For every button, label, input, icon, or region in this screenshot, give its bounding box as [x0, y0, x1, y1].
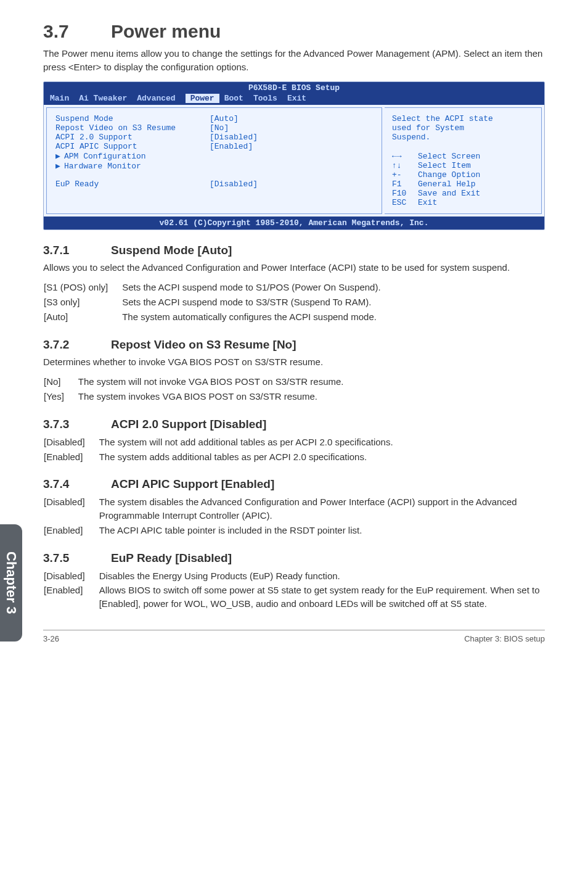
options-table: [Disabled]The system will not add additi…: [43, 435, 394, 464]
key-symbol: F1: [392, 179, 418, 189]
bios-item-hw[interactable]: ▶Hardware Monitor: [55, 161, 373, 171]
key-symbol: ↑↓: [392, 161, 418, 170]
subsection-heading: 3.7.2 Repost Video on S3 Resume [No]: [43, 338, 545, 352]
bios-item-suspend[interactable]: Suspend Mode [Auto]: [55, 114, 373, 123]
bios-item-eup[interactable]: EuP Ready [Disabled]: [55, 179, 373, 189]
option-text: The ACPI APIC table pointer is included …: [99, 523, 545, 538]
bios-tab-ai[interactable]: Ai Tweaker: [79, 94, 137, 103]
bios-tab-advanced[interactable]: Advanced: [137, 94, 185, 103]
subsection-para: Allows you to select the Advanced Config…: [43, 261, 545, 274]
bios-tab-tools[interactable]: Tools: [253, 94, 287, 103]
option-row: [S3 only]Sets the ACPI suspend mode to S…: [43, 295, 382, 310]
option-text: Disables the Energy Using Products (EuP)…: [99, 569, 545, 584]
option-text: The system will not add additional table…: [99, 435, 394, 450]
bios-item-label: EuP Ready: [55, 179, 210, 189]
bios-item-repost[interactable]: Repost Video on S3 Resume [No]: [55, 123, 373, 133]
key-desc: Save and Exit: [418, 189, 480, 198]
options-table: [No]The system will not invoke VGA BIOS …: [43, 374, 345, 404]
bios-tab-exit[interactable]: Exit: [287, 94, 316, 103]
option-text: The system will not invoke VGA BIOS POST…: [78, 374, 345, 389]
option-row: [Disabled]The system disables the Advanc…: [43, 495, 545, 523]
bios-menubar: Main Ai Tweaker Advanced Power Boot Tool…: [44, 94, 544, 105]
options-table: [S1 (POS) only]Sets the ACPI suspend mod…: [43, 280, 382, 324]
subsection-title: ACPI APIC Support [Enabled]: [111, 477, 274, 491]
option-row: [Auto]The system automatically configure…: [43, 310, 382, 324]
option-key: [S1 (POS) only]: [43, 280, 121, 295]
bios-help-line: used for System: [392, 123, 534, 133]
subsection-heading: 3.7.5 EuP Ready [Disabled]: [43, 551, 545, 565]
page-footer: 3-26 Chapter 3: BIOS setup: [43, 630, 545, 643]
section-intro: The Power menu items allow you to change…: [43, 47, 545, 74]
option-text: The system adds additional tables as per…: [99, 450, 394, 464]
bios-item-label: ACPI APIC Support: [55, 142, 210, 151]
option-key: [Yes]: [43, 389, 78, 404]
bios-help-pane: Select the ACPI state used for System Su…: [385, 107, 542, 214]
subsection-para: Determines whether to invoke VGA BIOS PO…: [43, 355, 545, 369]
subsection-number: 3.7.3: [43, 418, 111, 431]
bios-title: P6X58D-E BIOS Setup: [44, 82, 544, 94]
bios-help-text: Select the ACPI state used for System Su…: [392, 114, 534, 142]
option-row: [Yes]The system invokes VGA BIOS POST on…: [43, 389, 345, 404]
subsection-title: ACPI 2.0 Support [Disabled]: [111, 418, 266, 431]
bios-item-label: APM Configuration: [64, 152, 146, 161]
key-desc: Exit: [418, 198, 437, 207]
bios-tab-power[interactable]: Power: [186, 94, 219, 103]
subsection-title: EuP Ready [Disabled]: [111, 551, 232, 565]
option-text: Allows BIOS to switch off some power at …: [99, 583, 545, 611]
option-row: [Disabled]Disables the Energy Using Prod…: [43, 569, 545, 584]
option-key: [Disabled]: [43, 435, 99, 450]
subsection-title: Suspend Mode [Auto]: [111, 244, 232, 257]
bios-item-label: Repost Video on S3 Resume: [55, 123, 210, 133]
option-text: The system automatically configures the …: [121, 310, 381, 324]
subsection-heading: 3.7.1 Suspend Mode [Auto]: [43, 244, 545, 257]
bios-help-line: Suspend.: [392, 133, 534, 142]
option-text: Sets the ACPI suspend mode to S1/POS (Po…: [121, 280, 381, 295]
key-symbol: ESC: [392, 198, 418, 207]
option-text: The system disables the Advanced Configu…: [99, 495, 545, 523]
option-key: [Auto]: [43, 310, 121, 324]
option-row: [Enabled]Allows BIOS to switch off some …: [43, 583, 545, 611]
bios-tab-main[interactable]: Main: [50, 94, 79, 103]
key-desc: Select Item: [418, 161, 471, 170]
option-key: [Disabled]: [43, 495, 99, 523]
bios-item-label: Suspend Mode: [55, 114, 210, 123]
options-table: [Disabled]The system disables the Advanc…: [43, 495, 545, 537]
bios-item-acpi20[interactable]: ACPI 2.0 Support [Disabled]: [55, 133, 373, 142]
section-heading: 3.7 Power menu: [43, 21, 545, 42]
key-symbol: +-: [392, 170, 418, 179]
bios-help-line: Select the ACPI state: [392, 114, 534, 123]
bios-setup-screen: P6X58D-E BIOS Setup Main Ai Tweaker Adva…: [43, 81, 545, 230]
bios-item-apm[interactable]: ▶APM Configuration: [55, 151, 373, 161]
option-row: [No]The system will not invoke VGA BIOS …: [43, 374, 345, 389]
subsection-number: 3.7.1: [43, 244, 111, 257]
subsection-number: 3.7.4: [43, 477, 111, 491]
subsection-number: 3.7.2: [43, 338, 111, 352]
option-text: Sets the ACPI suspend mode to S3/STR (Su…: [121, 295, 381, 310]
option-row: [Disabled]The system will not add additi…: [43, 435, 394, 450]
key-desc: General Help: [418, 179, 476, 189]
option-key: [S3 only]: [43, 295, 121, 310]
bios-item-label: Hardware Monitor: [64, 162, 141, 171]
page-footer-title: Chapter 3: BIOS setup: [464, 634, 545, 643]
bios-item-value: [No]: [210, 123, 229, 133]
subsection-heading: 3.7.4 ACPI APIC Support [Enabled]: [43, 477, 545, 491]
key-symbol: F10: [392, 189, 418, 198]
subsection-number: 3.7.5: [43, 551, 111, 565]
bios-tab-boot[interactable]: Boot: [224, 94, 253, 103]
option-row: [S1 (POS) only]Sets the ACPI suspend mod…: [43, 280, 382, 295]
bios-copyright: v02.61 (C)Copyright 1985-2010, American …: [44, 217, 544, 229]
option-row: [Enabled]The ACPI APIC table pointer is …: [43, 523, 545, 538]
bios-left-pane: Suspend Mode [Auto] Repost Video on S3 R…: [46, 107, 382, 214]
option-key: [Enabled]: [43, 450, 99, 464]
key-desc: Change Option: [418, 170, 480, 179]
subsection-title: Repost Video on S3 Resume [No]: [111, 338, 296, 352]
options-table: [Disabled]Disables the Energy Using Prod…: [43, 569, 545, 611]
triangle-right-icon: ▶: [55, 151, 64, 161]
option-key: [No]: [43, 374, 78, 389]
option-key: [Enabled]: [43, 523, 99, 538]
section-title: Power menu: [111, 21, 221, 42]
option-key: [Enabled]: [43, 583, 99, 611]
bios-key-legend: ←→Select Screen ↑↓Select Item +-Change O…: [392, 152, 534, 207]
section-number: 3.7: [43, 21, 111, 42]
bios-item-apic[interactable]: ACPI APIC Support [Enabled]: [55, 142, 373, 151]
